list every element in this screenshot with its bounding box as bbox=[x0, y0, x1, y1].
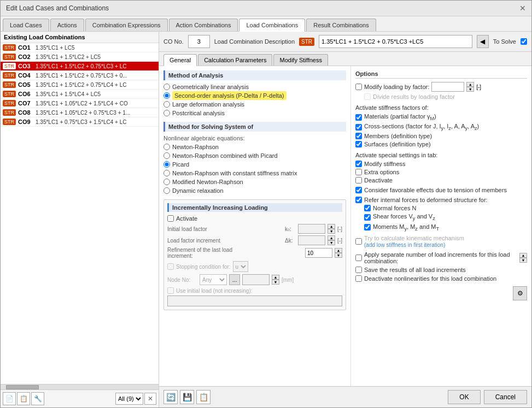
tab-result-combinations[interactable]: Result Combinations bbox=[306, 19, 376, 31]
co-number-input[interactable] bbox=[188, 35, 210, 48]
radio-dynamic-relaxation[interactable]: Dynamic relaxation bbox=[163, 187, 346, 194]
co-arrow-button[interactable]: ◀ bbox=[477, 35, 489, 48]
initial-load-input[interactable] bbox=[298, 224, 325, 234]
favorable-checkbox[interactable] bbox=[355, 187, 362, 193]
scrollbar-thumb[interactable] bbox=[6, 385, 39, 389]
filter-clear-button[interactable]: ✕ bbox=[144, 393, 156, 405]
horizontal-scrollbar[interactable] bbox=[1, 384, 159, 389]
stiffness-cross-checkbox[interactable] bbox=[355, 124, 362, 131]
refinement-spinner[interactable]: ▲ ▼ bbox=[335, 248, 342, 258]
copy-combo-button[interactable]: 📋 bbox=[17, 392, 30, 405]
radio-newton-picard-input[interactable] bbox=[163, 152, 170, 159]
stiffness-materials-checkbox[interactable] bbox=[355, 114, 362, 121]
inner-tab-calc-params[interactable]: Calculation Parameters bbox=[198, 54, 272, 66]
kinematic-row[interactable]: Try to calculate kinematic mechanism(add… bbox=[355, 235, 527, 248]
stiffness-cross-row[interactable]: Cross-sections (factor for J, Iy, Iz, A,… bbox=[355, 123, 527, 131]
radio-geo-linear-input[interactable] bbox=[163, 84, 170, 90]
radio-geo-linear[interactable]: Geometrically linear analysis bbox=[163, 84, 346, 90]
kinematic-checkbox[interactable] bbox=[355, 238, 362, 245]
copy-button[interactable]: 📋 bbox=[196, 390, 211, 404]
shear-forces-row[interactable]: Shear forces Vy and Vz bbox=[364, 213, 527, 221]
moments-checkbox[interactable] bbox=[364, 224, 371, 230]
divide-results-checkbox[interactable] bbox=[364, 93, 371, 100]
combo-row-co6[interactable]: STR CO6 1.35*LC1 + 1.5*LC4 + LC5 bbox=[1, 90, 159, 99]
spinner-down[interactable]: ▼ bbox=[328, 229, 335, 234]
node-select[interactable]: Any bbox=[200, 274, 227, 285]
radio-second-order-input[interactable] bbox=[163, 92, 170, 99]
load-factor-spinner-down[interactable]: ▼ bbox=[328, 240, 335, 245]
cancel-button[interactable]: Cancel bbox=[484, 390, 527, 404]
combo-row-co9[interactable]: STR CO9 1.35*LC1 + 0.75*LC3 + 1.5*LC4 + … bbox=[1, 117, 159, 127]
refinement-input[interactable] bbox=[305, 248, 332, 258]
modify-loading-spinner-down[interactable]: ▼ bbox=[466, 87, 474, 92]
modify-loading-input[interactable] bbox=[431, 82, 464, 92]
modify-loading-spinner[interactable]: ▲ ▼ bbox=[466, 82, 474, 92]
modify-stiffness-checkbox[interactable] bbox=[355, 161, 362, 167]
inner-tab-modify-stiffness[interactable]: Modify Stiffness bbox=[273, 54, 328, 66]
radio-postcritical-input[interactable] bbox=[163, 110, 170, 116]
inner-tab-general[interactable]: General bbox=[163, 54, 197, 66]
save-results-row[interactable]: Save the results of all load increments bbox=[355, 267, 527, 273]
add-combo-button[interactable]: 📄 bbox=[3, 392, 16, 405]
tab-load-cases[interactable]: Load Cases bbox=[3, 19, 49, 31]
radio-second-order[interactable]: Second-order analysis (P-Delta / P-delta… bbox=[163, 92, 346, 99]
radio-postcritical[interactable]: Postcritical analysis bbox=[163, 110, 346, 116]
radio-modified-newton-input[interactable] bbox=[163, 179, 170, 185]
stiffness-materials-row[interactable]: Materials (partial factor γM) bbox=[355, 113, 527, 121]
combo-row-co2[interactable]: STR CO2 1.35*LC1 + 1.5*LC2 + LC5 bbox=[1, 52, 159, 62]
activate-checkbox[interactable] bbox=[167, 215, 174, 222]
radio-newton-raphson[interactable]: Newton-Raphson bbox=[163, 144, 346, 150]
extra-options-row[interactable]: Extra options bbox=[355, 169, 527, 175]
radio-newton-constant-input[interactable] bbox=[163, 170, 170, 176]
favorable-row[interactable]: Consider favorable effects due to tensio… bbox=[355, 187, 527, 193]
co-desc-input[interactable] bbox=[319, 35, 472, 48]
deactivate-checkbox[interactable] bbox=[355, 177, 362, 184]
initial-load-spinner[interactable]: ▲ ▼ bbox=[328, 224, 335, 234]
save-button[interactable]: 💾 bbox=[180, 390, 194, 404]
tab-load-combinations[interactable]: Load Combinations bbox=[239, 19, 305, 32]
modify-loading-spinner-up[interactable]: ▲ bbox=[466, 82, 474, 87]
node-spinner-up[interactable]: ▲ bbox=[272, 275, 279, 280]
refinement-spinner-up[interactable]: ▲ bbox=[335, 248, 342, 253]
tab-actions[interactable]: Actions bbox=[50, 19, 84, 31]
modify-stiffness-row[interactable]: Modify stiffness bbox=[355, 161, 527, 167]
stopping-checkbox[interactable] bbox=[167, 263, 174, 270]
radio-picard-input[interactable] bbox=[163, 161, 170, 168]
filter-select[interactable]: All (9) bbox=[115, 393, 143, 405]
shear-forces-checkbox[interactable] bbox=[364, 214, 371, 221]
combo-row-co8[interactable]: STR CO8 1.35*LC1 + 1.05*LC2 + 0.75*LC3 +… bbox=[1, 108, 159, 117]
close-button[interactable]: ✕ bbox=[519, 4, 526, 13]
refer-checkbox[interactable] bbox=[355, 197, 362, 203]
radio-picard[interactable]: Picard bbox=[163, 161, 346, 168]
use-initial-checkbox[interactable] bbox=[167, 287, 174, 294]
refinement-spinner-down[interactable]: ▼ bbox=[335, 253, 342, 258]
radio-newton-picard[interactable]: Newton-Raphson combined with Picard bbox=[163, 152, 346, 159]
save-results-checkbox[interactable] bbox=[355, 267, 362, 273]
radio-newton-constant[interactable]: Newton-Raphson with constant stiffness m… bbox=[163, 170, 346, 176]
refresh-button[interactable]: 🔄 bbox=[163, 390, 178, 404]
radio-large-deform[interactable]: Large deformation analysis bbox=[163, 101, 346, 108]
load-factor-spinner-up[interactable]: ▲ bbox=[328, 235, 335, 240]
moments-row[interactable]: Moments My, Mz and MT bbox=[364, 223, 527, 232]
extra-options-checkbox[interactable] bbox=[355, 169, 362, 175]
settings-combo-button[interactable]: 🔧 bbox=[31, 392, 44, 405]
combo-row-co7[interactable]: STR CO7 1.35*LC1 + 1.05*LC2 + 1.5*LC4 + … bbox=[1, 99, 159, 108]
to-solve-checkbox[interactable] bbox=[521, 38, 527, 45]
stopping-select[interactable]: u bbox=[233, 261, 248, 272]
use-initial-input[interactable] bbox=[167, 295, 342, 306]
load-factor-spinner[interactable]: ▲ ▼ bbox=[328, 235, 335, 245]
radio-newton-raphson-input[interactable] bbox=[163, 144, 170, 150]
combo-row-co3[interactable]: STR CO3 1.35*LC1 + 1.5*LC2 + 0.75*LC3 + … bbox=[1, 62, 159, 71]
apply-separate-checkbox[interactable] bbox=[355, 255, 362, 261]
stiffness-members-row[interactable]: Members (definition type) bbox=[355, 133, 527, 139]
apply-separate-up[interactable]: ▲ bbox=[519, 253, 527, 258]
tab-action-combinations[interactable]: Action Combinations bbox=[169, 19, 238, 31]
spinner-up[interactable]: ▲ bbox=[328, 224, 335, 229]
combo-row-co1[interactable]: STR CO1 1.35*LC1 + LC5 bbox=[1, 43, 159, 52]
deactivate-nonlinear-checkbox[interactable] bbox=[355, 275, 362, 282]
normal-forces-checkbox[interactable] bbox=[364, 205, 371, 211]
node-spinner-down[interactable]: ▼ bbox=[272, 280, 279, 285]
tab-combination-expressions[interactable]: Combination Expressions bbox=[85, 19, 168, 31]
apply-separate-down[interactable]: ▼ bbox=[519, 258, 527, 263]
radio-dynamic-relaxation-input[interactable] bbox=[163, 187, 170, 194]
